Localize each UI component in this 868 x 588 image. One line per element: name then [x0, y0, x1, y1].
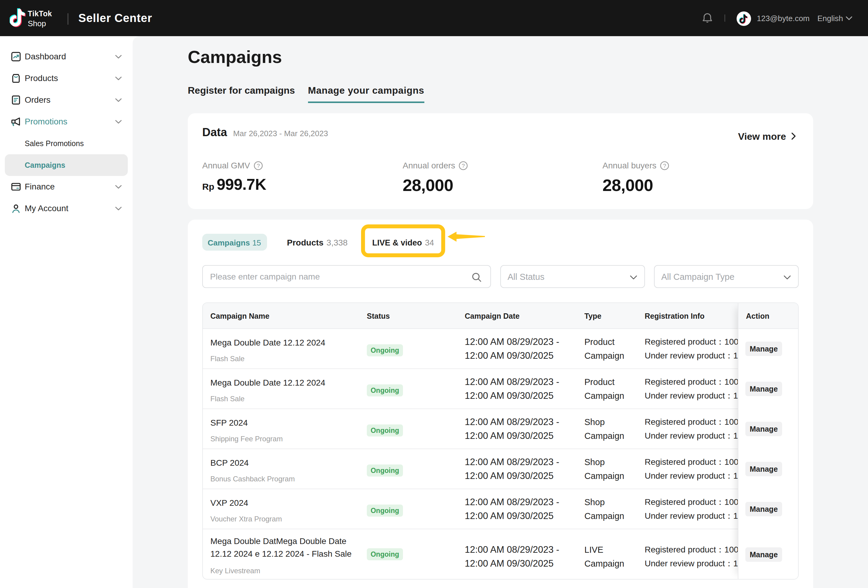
svg-text:?: ? [257, 163, 260, 169]
svg-text:?: ? [462, 163, 465, 169]
svg-text:?: ? [663, 163, 666, 169]
